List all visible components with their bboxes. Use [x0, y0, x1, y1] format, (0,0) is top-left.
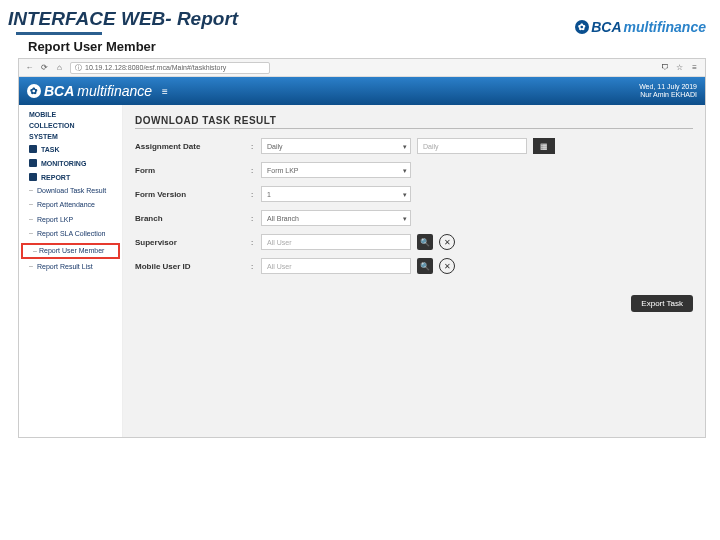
search-icon: 🔍: [420, 238, 430, 247]
sidebar-label-report: REPORT: [41, 174, 70, 181]
home-icon[interactable]: ⌂: [55, 63, 64, 72]
row-assignment-date: Assignment Date : Daily ▾ Daily ▦: [135, 135, 693, 157]
sidebar-system-title1: MOBILE: [19, 109, 122, 120]
date-text: Daily: [423, 143, 439, 150]
browser-bar: ← ⟳ ⌂ ⓘ 10.19.12.128:8080/esf.mca/Main#/…: [19, 59, 705, 77]
reload-icon[interactable]: ⟳: [40, 63, 49, 72]
title-underline: [16, 32, 102, 35]
sidebar-system-title3: SYSTEM: [19, 131, 122, 142]
label-form-version: Form Version: [135, 190, 245, 199]
label-mobile-user: Mobile User ID: [135, 262, 245, 271]
select-value: 1: [267, 191, 271, 198]
sidebar-label-task: TASK: [41, 146, 60, 153]
sidebar-item-task[interactable]: TASK: [19, 142, 122, 156]
slide-header: INTERFACE WEB- Report ✿ BCAmultifinance: [0, 0, 720, 35]
info-icon: ⓘ: [75, 63, 82, 73]
back-icon[interactable]: ←: [25, 63, 34, 72]
select-value: Daily: [267, 143, 283, 150]
app-mark-icon: ✿: [27, 84, 41, 98]
row-mobile-user: Mobile User ID : All User 🔍 ✕: [135, 255, 693, 277]
sidebar-label-monitoring: MONITORING: [41, 160, 86, 167]
input-assignment-date-value[interactable]: Daily: [417, 138, 527, 154]
tree-report-lkp[interactable]: Report LKP: [19, 213, 122, 227]
select-value: All Branch: [267, 215, 299, 222]
sidebar-item-monitoring[interactable]: MONITORING: [19, 156, 122, 170]
sidebar-system-title2: COLLECTION: [19, 120, 122, 131]
tree-download-task-result[interactable]: Download Task Result: [19, 184, 122, 198]
row-form: Form : Form LKP ▾: [135, 159, 693, 181]
folder-icon: [29, 145, 37, 153]
url-field[interactable]: ⓘ 10.19.12.128:8080/esf.mca/Main#/taskhi…: [70, 62, 270, 74]
brand-prefix: BCA: [591, 19, 621, 35]
clear-mobile-user-button[interactable]: ✕: [439, 258, 455, 274]
brand-mark-icon: ✿: [575, 20, 589, 34]
chevron-down-icon: ▾: [403, 215, 407, 223]
placeholder-text: All User: [267, 263, 292, 270]
slide-subtitle: Report User Member: [0, 35, 720, 56]
chevron-down-icon: ▾: [403, 143, 407, 151]
slide-title: INTERFACE WEB- Report: [8, 8, 238, 30]
shield-icon[interactable]: ⛉: [660, 63, 669, 72]
label-supervisor: Supervisor: [135, 238, 245, 247]
browser-actions: ⛉ ☆ ≡: [660, 63, 699, 72]
app-screenshot: ← ⟳ ⌂ ⓘ 10.19.12.128:8080/esf.mca/Main#/…: [18, 58, 706, 438]
search-supervisor-button[interactable]: 🔍: [417, 234, 433, 250]
select-value: Form LKP: [267, 167, 299, 174]
search-icon: 🔍: [420, 262, 430, 271]
chevron-down-icon: ▾: [403, 191, 407, 199]
clear-supervisor-button[interactable]: ✕: [439, 234, 455, 250]
app-logo-suffix: multifinance: [77, 83, 152, 99]
main-panel: DOWNLOAD TASK RESULT Assignment Date : D…: [123, 105, 705, 437]
input-mobile-user[interactable]: All User: [261, 258, 411, 274]
app-header: ✿ BCAmultifinance ≡ Wed, 11 July 2019 Nu…: [19, 77, 705, 105]
label-branch: Branch: [135, 214, 245, 223]
tree-report-result-list[interactable]: Report Result List: [19, 260, 122, 274]
brand-logo: ✿ BCAmultifinance: [575, 19, 706, 35]
row-branch: Branch : All Branch ▾: [135, 207, 693, 229]
export-task-button[interactable]: Export Task: [631, 295, 693, 312]
sidebar: MOBILE COLLECTION SYSTEM TASK MONITORING…: [19, 105, 123, 437]
select-branch[interactable]: All Branch ▾: [261, 210, 411, 226]
sidebar-item-report[interactable]: REPORT: [19, 170, 122, 184]
input-supervisor[interactable]: All User: [261, 234, 411, 250]
panel-title: DOWNLOAD TASK RESULT: [135, 115, 693, 126]
close-icon: ✕: [444, 262, 451, 271]
search-mobile-user-button[interactable]: 🔍: [417, 258, 433, 274]
select-form[interactable]: Form LKP ▾: [261, 162, 411, 178]
menu-icon[interactable]: ≡: [690, 63, 699, 72]
calendar-button[interactable]: ▦: [533, 138, 555, 154]
row-form-version: Form Version : 1 ▾: [135, 183, 693, 205]
tree-report-attendance[interactable]: Report Attendance: [19, 198, 122, 212]
slide-title-block: INTERFACE WEB- Report: [8, 8, 238, 35]
tree-report-sla[interactable]: Report SLA Collection: [19, 227, 122, 241]
select-form-version[interactable]: 1 ▾: [261, 186, 411, 202]
header-user-block: Wed, 11 July 2019 Nur Amin EKHADI: [639, 83, 697, 100]
sidebar-toggle-icon[interactable]: ≡: [162, 86, 168, 97]
header-user: Nur Amin EKHADI: [639, 91, 697, 99]
panel-underline: [135, 128, 693, 129]
app-logo-prefix: BCA: [44, 83, 74, 99]
url-text: 10.19.12.128:8080/esf.mca/Main#/taskhist…: [85, 64, 226, 71]
label-assignment-date: Assignment Date: [135, 142, 245, 151]
tree-report-user-member[interactable]: Report User Member: [21, 243, 120, 259]
placeholder-text: All User: [267, 239, 292, 246]
app-body: MOBILE COLLECTION SYSTEM TASK MONITORING…: [19, 105, 705, 437]
folder-icon: [29, 173, 37, 181]
brand-suffix: multifinance: [624, 19, 706, 35]
chevron-down-icon: ▾: [403, 167, 407, 175]
select-assignment-date[interactable]: Daily ▾: [261, 138, 411, 154]
close-icon: ✕: [444, 238, 451, 247]
folder-icon: [29, 159, 37, 167]
header-date: Wed, 11 July 2019: [639, 83, 697, 91]
row-supervisor: Supervisor : All User 🔍 ✕: [135, 231, 693, 253]
calendar-icon: ▦: [540, 142, 548, 151]
bookmark-icon[interactable]: ☆: [675, 63, 684, 72]
app-logo: ✿ BCAmultifinance: [27, 83, 152, 99]
label-form: Form: [135, 166, 245, 175]
